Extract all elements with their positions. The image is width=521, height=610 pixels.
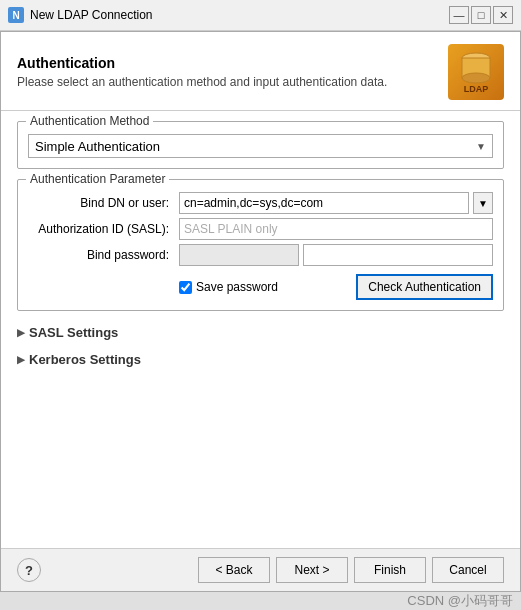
save-check-row: Save password Check Authentication [179,274,493,300]
window-controls: — □ ✕ [449,6,513,24]
finish-button[interactable]: Finish [354,557,426,583]
password-masked-field[interactable] [179,244,299,266]
footer-right: < Back Next > Finish Cancel [198,557,504,583]
back-button[interactable]: < Back [198,557,270,583]
watermark-bar: CSDN @小码哥哥 [0,592,521,610]
window-title: New LDAP Connection [30,8,443,22]
kerberos-settings-section: ▶ Kerberos Settings [17,348,504,371]
auth-method-group: Authentication Method Simple Authenticat… [17,121,504,169]
dialog-body: Authentication Please select an authenti… [0,31,521,592]
params-grid: Bind DN or user: ▼ Authorization ID (SAS… [28,192,493,300]
svg-point-2 [462,73,490,83]
app-icon: N [8,7,24,23]
auth-method-row: Simple Authentication ▼ [28,134,493,158]
bind-dn-input[interactable] [179,192,469,214]
next-button[interactable]: Next > [276,557,348,583]
header-heading: Authentication [17,55,387,71]
ldap-graphic [458,50,494,86]
ldap-text-label: LDAP [464,84,489,94]
bind-dn-label: Bind DN or user: [28,196,173,210]
cancel-button[interactable]: Cancel [432,557,504,583]
auth-method-selected: Simple Authentication [35,139,160,154]
password-empty-field[interactable] [303,244,493,266]
kerberos-expand-icon: ▶ [17,354,25,365]
header-text: Authentication Please select an authenti… [17,55,387,89]
auth-method-dropdown[interactable]: Simple Authentication ▼ [28,134,493,158]
sasl-expand-icon: ▶ [17,327,25,338]
bind-dn-row: ▼ [179,192,493,214]
ldap-icon: LDAP [448,44,504,100]
header-description: Please select an authentication method a… [17,75,387,89]
sasl-settings-label: SASL Settings [29,325,118,340]
sasl-settings-section: ▶ SASL Settings [17,321,504,344]
kerberos-settings-header[interactable]: ▶ Kerberos Settings [17,348,504,371]
footer-left: ? [17,558,41,582]
header-section: Authentication Please select an authenti… [1,32,520,111]
bind-dn-dropdown-arrow[interactable]: ▼ [473,192,493,214]
auth-method-group-label: Authentication Method [26,114,153,128]
auth-params-group-label: Authentication Parameter [26,172,169,186]
kerberos-settings-label: Kerberos Settings [29,352,141,367]
help-button[interactable]: ? [17,558,41,582]
save-password-label[interactable]: Save password [196,280,278,294]
footer-section: ? < Back Next > Finish Cancel [1,548,520,591]
maximize-button[interactable]: □ [471,6,491,24]
auth-id-input[interactable] [179,218,493,240]
check-authentication-button[interactable]: Check Authentication [356,274,493,300]
content-section: Authentication Method Simple Authenticat… [1,111,520,548]
password-row [179,244,493,266]
dropdown-arrow-icon: ▼ [476,141,486,152]
title-bar: N New LDAP Connection — □ ✕ [0,0,521,31]
close-button[interactable]: ✕ [493,6,513,24]
save-password-container: Save password [179,280,278,294]
auth-params-group: Authentication Parameter Bind DN or user… [17,179,504,311]
auth-id-label: Authorization ID (SASL): [28,222,173,236]
watermark-text: CSDN @小码哥哥 [407,592,513,610]
bind-pw-label: Bind password: [28,248,173,262]
sasl-settings-header[interactable]: ▶ SASL Settings [17,321,504,344]
save-password-checkbox[interactable] [179,281,192,294]
minimize-button[interactable]: — [449,6,469,24]
